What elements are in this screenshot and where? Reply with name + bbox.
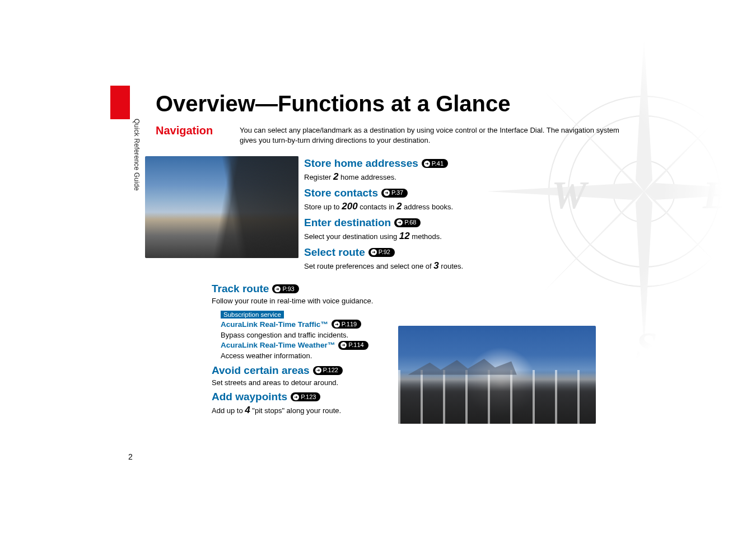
add-waypoints-heading[interactable]: Add waypoints P.123 bbox=[212, 391, 503, 403]
page-ref-pill[interactable]: P.68 bbox=[394, 218, 421, 227]
avoid-areas-desc: Set streets and areas to detour around. bbox=[212, 378, 503, 388]
page-ref-pill[interactable]: P.114 bbox=[338, 341, 368, 350]
page-number: 2 bbox=[128, 452, 133, 461]
select-route-title: Select route bbox=[304, 246, 365, 259]
page-ref-pill[interactable]: P.41 bbox=[422, 159, 448, 168]
store-contacts-desc: Store up to 200 contacts in 2 address bo… bbox=[304, 200, 640, 213]
add-waypoints-desc: Add up to 4 "pit stops" along your route… bbox=[212, 404, 503, 417]
store-home-heading[interactable]: Store home addresses P.41 bbox=[304, 157, 640, 170]
acuralink-traffic-heading[interactable]: AcuraLink Real-Time Traffic™ P.119 bbox=[221, 320, 361, 329]
page-ref-pill[interactable]: P.37 bbox=[381, 189, 408, 198]
compass-s: S bbox=[636, 325, 657, 368]
track-route-heading[interactable]: Track route P.93 bbox=[212, 283, 503, 295]
subscription-tag: Subscription service bbox=[221, 311, 284, 318]
svg-marker-6 bbox=[644, 183, 722, 200]
city-buildings-image bbox=[145, 156, 298, 258]
store-home-title: Store home addresses bbox=[304, 157, 418, 170]
enter-destination-desc: Select your destination using 12 methods… bbox=[304, 230, 640, 243]
track-route-desc: Follow your route in real-time with voic… bbox=[212, 296, 503, 306]
section-tab bbox=[110, 86, 130, 119]
select-route-heading[interactable]: Select route P.92 bbox=[304, 246, 640, 259]
page-ref-pill[interactable]: P.119 bbox=[332, 320, 361, 329]
page-ref-pill[interactable]: P.92 bbox=[368, 248, 395, 257]
select-route-desc: Set route preferences and select one of … bbox=[304, 260, 640, 273]
svg-marker-10 bbox=[644, 191, 722, 292]
acuralink-weather-heading[interactable]: AcuraLink Real-Time Weather™ P.114 bbox=[221, 341, 368, 350]
track-route-title: Track route bbox=[212, 283, 269, 295]
svg-marker-8 bbox=[644, 91, 722, 191]
store-contacts-heading[interactable]: Store contacts P.37 bbox=[304, 187, 640, 199]
compass-e: E bbox=[702, 174, 722, 217]
add-waypoints-title: Add waypoints bbox=[212, 391, 287, 403]
enter-destination-heading[interactable]: Enter destination P.68 bbox=[304, 217, 640, 229]
page-title: Overview—Functions at a Glance bbox=[156, 91, 511, 116]
compass-n: N bbox=[632, 1, 662, 40]
page-ref-pill[interactable]: P.122 bbox=[313, 366, 343, 375]
store-contacts-title: Store contacts bbox=[304, 187, 378, 199]
avoid-areas-title: Avoid certain areas bbox=[212, 364, 310, 377]
store-home-desc: Register 2 home addresses. bbox=[304, 171, 640, 184]
acuralink-traffic-desc: Bypass congestion and traffic incidents. bbox=[221, 330, 503, 340]
enter-destination-title: Enter destination bbox=[304, 217, 391, 229]
sidebar-label: Quick Reference Guide bbox=[133, 119, 141, 191]
acuralink-weather-desc: Access weather information. bbox=[221, 351, 503, 361]
navigation-heading: Navigation bbox=[156, 124, 213, 137]
page-ref-pill[interactable]: P.123 bbox=[291, 392, 320, 401]
page-ref-pill[interactable]: P.93 bbox=[272, 284, 298, 293]
intro-text: You can select any place/landmark as a d… bbox=[240, 125, 632, 146]
avoid-areas-heading[interactable]: Avoid certain areas P.122 bbox=[212, 364, 503, 377]
